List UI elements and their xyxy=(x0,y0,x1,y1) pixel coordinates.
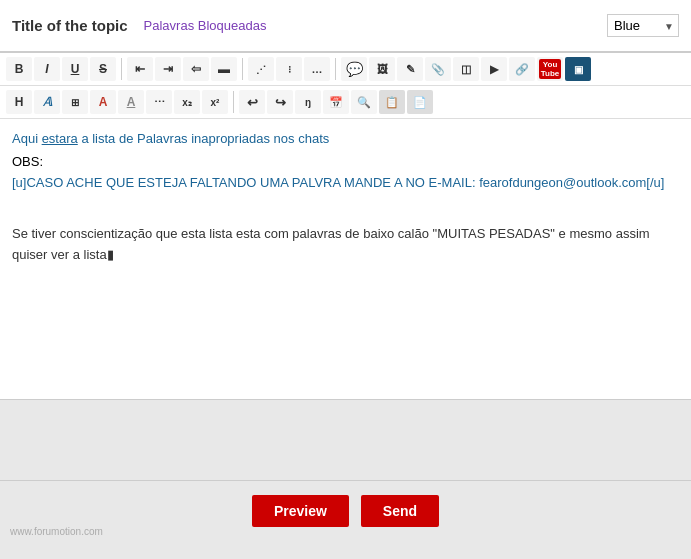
divider-1 xyxy=(121,58,122,80)
plugin-button[interactable]: ▣ xyxy=(565,57,591,81)
obs-label: OBS: xyxy=(12,154,43,169)
page-title: Title of the topic xyxy=(12,17,128,34)
obs-content: [u]CASO ACHE QUE ESTEJA FALTANDO UMA PAL… xyxy=(12,175,664,190)
youtube-icon: YouTube xyxy=(539,59,562,79)
preview-button[interactable]: Preview xyxy=(252,495,349,527)
divider-4 xyxy=(233,91,234,113)
font-bg-button[interactable]: A xyxy=(118,90,144,114)
italic-button[interactable]: I xyxy=(34,57,60,81)
top-bar: Title of the topic Palavras Bloqueadas B… xyxy=(0,0,691,52)
color-select[interactable]: Blue Red Green Black Orange xyxy=(607,14,679,37)
attachment-button[interactable]: 📎 xyxy=(425,57,451,81)
line2-text: Se tiver conscientização que esta lista … xyxy=(12,226,650,262)
send-button[interactable]: Send xyxy=(361,495,439,527)
youtube-button[interactable]: YouTube xyxy=(537,57,563,81)
more-button[interactable]: ⋯ xyxy=(146,90,172,114)
obs-block: OBS: [u]CASO ACHE QUE ESTEJA FALTANDO UM… xyxy=(12,152,679,194)
undo-button[interactable]: ↩ xyxy=(239,90,265,114)
editor-container: B I U S ⇤ ⇥ ⇦ ▬ ⋰ ⁝ … 💬 🖼 ✎ 📎 ◫ ▶ 🔗 YouT… xyxy=(0,52,691,400)
table2-button[interactable]: ⊞ xyxy=(62,90,88,114)
toolbar-row-1: B I U S ⇤ ⇥ ⇦ ▬ ⋰ ⁝ … 💬 🖼 ✎ 📎 ◫ ▶ 🔗 YouT… xyxy=(0,53,691,86)
link-button[interactable]: 🔗 xyxy=(509,57,535,81)
editor-content-area[interactable]: Aqui estara a lista de Palavras inapropr… xyxy=(0,119,691,399)
line1-underline: estara xyxy=(42,131,78,146)
divider-3 xyxy=(335,58,336,80)
quote-text-button[interactable]: 💬 xyxy=(341,57,367,81)
align-justify-button[interactable]: ▬ xyxy=(211,57,237,81)
color-select-wrapper: Blue Red Green Black Orange xyxy=(607,14,679,37)
superscript-button[interactable]: x² xyxy=(202,90,228,114)
toolbar-row-2: H 𝔸 ⊞ A A ⋯ x₂ x² ↩ ↪ ŋ 📅 🔍 📋 📄 xyxy=(0,86,691,119)
topic-link[interactable]: Palavras Bloqueadas xyxy=(144,18,591,33)
bottom-area xyxy=(0,400,691,480)
editor-line-1: Aqui estara a lista de Palavras inapropr… xyxy=(12,129,679,150)
image-button[interactable]: 🖼 xyxy=(369,57,395,81)
code-button[interactable]: ✎ xyxy=(397,57,423,81)
paste-word-button[interactable]: 📄 xyxy=(407,90,433,114)
align-right-button[interactable]: ⇦ xyxy=(183,57,209,81)
line1-text: Aqui estara a lista de Palavras inapropr… xyxy=(12,131,329,146)
underline-button[interactable]: U xyxy=(62,57,88,81)
unordered-list-button[interactable]: ⁝ xyxy=(276,57,302,81)
special-char-button[interactable]: ŋ xyxy=(295,90,321,114)
redo-button[interactable]: ↪ xyxy=(267,90,293,114)
editor-line-empty xyxy=(12,201,679,222)
paste-plain-button[interactable]: 📋 xyxy=(379,90,405,114)
strikethrough-button[interactable]: S xyxy=(90,57,116,81)
font-color-button[interactable]: A xyxy=(90,90,116,114)
footer: Preview Send www.forumotion.com xyxy=(0,480,691,541)
font-style-button[interactable]: 𝔸 xyxy=(34,90,60,114)
date-button[interactable]: 📅 xyxy=(323,90,349,114)
quote-button[interactable]: … xyxy=(304,57,330,81)
search-button[interactable]: 🔍 xyxy=(351,90,377,114)
ordered-list-button[interactable]: ⋰ xyxy=(248,57,274,81)
subscript-button[interactable]: x₂ xyxy=(174,90,200,114)
heading-button[interactable]: H xyxy=(6,90,32,114)
table-button[interactable]: ◫ xyxy=(453,57,479,81)
align-center-button[interactable]: ⇥ xyxy=(155,57,181,81)
divider-2 xyxy=(242,58,243,80)
watermark: www.forumotion.com xyxy=(10,526,103,537)
editor-line-2: Se tiver conscientização que esta lista … xyxy=(12,224,679,266)
bold-button[interactable]: B xyxy=(6,57,32,81)
media-button[interactable]: ▶ xyxy=(481,57,507,81)
align-left-button[interactable]: ⇤ xyxy=(127,57,153,81)
